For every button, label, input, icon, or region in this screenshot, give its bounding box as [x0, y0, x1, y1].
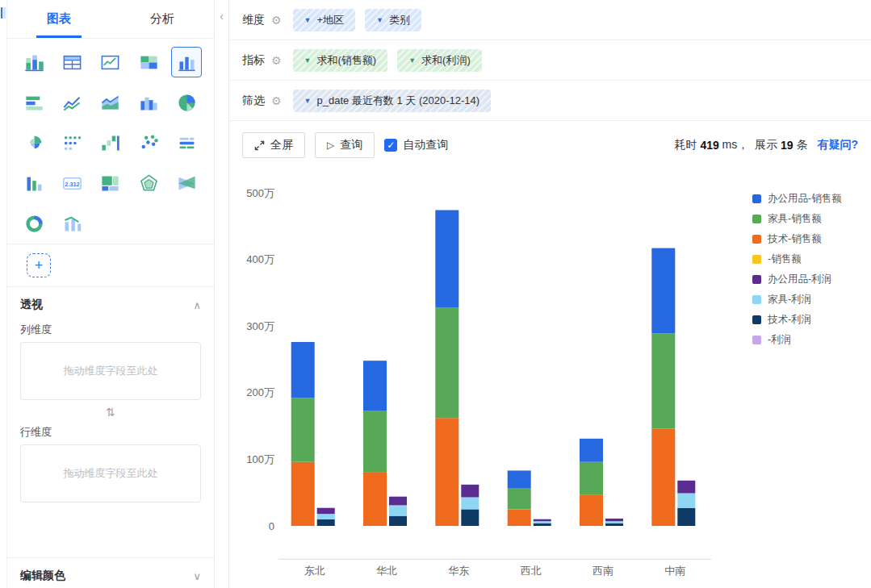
swap-icon[interactable]: ⇅ — [106, 406, 115, 419]
bar-segment[interactable] — [461, 509, 479, 526]
stats-elapsed-ms: 419 — [700, 139, 718, 152]
bar-segment[interactable] — [677, 494, 695, 508]
pie-chart-icon[interactable] — [171, 87, 202, 118]
query-label: 查询 — [340, 138, 362, 152]
treemap-icon[interactable] — [95, 168, 126, 198]
legend-item[interactable]: 办公用品-销售额 — [752, 189, 842, 209]
tab-charts[interactable]: 图表 — [7, 0, 111, 38]
bar-segment[interactable] — [508, 489, 531, 510]
measure-label: 指标 — [242, 53, 265, 68]
bar-segment[interactable] — [291, 462, 315, 526]
legend-item[interactable]: -销售额 — [752, 249, 842, 269]
filter-pill-pdate[interactable]: ▼ p_date 最近有数 1 天 (2020-12-14) — [293, 90, 492, 112]
bar-segment[interactable] — [317, 514, 335, 519]
help-link[interactable]: 有疑问? — [817, 138, 858, 152]
pill-label: 类别 — [389, 13, 410, 27]
add-chart-button[interactable]: + — [27, 253, 51, 277]
bar-segment[interactable] — [291, 342, 315, 398]
bar-horizontal-icon[interactable] — [19, 87, 50, 118]
word-cloud-icon[interactable] — [171, 127, 202, 158]
bar-segment[interactable] — [580, 439, 603, 462]
rank-chart-icon[interactable] — [19, 168, 50, 198]
measure-pill-profit[interactable]: ▼ 求和(利润) — [397, 49, 482, 72]
area-chart-icon[interactable] — [95, 87, 126, 118]
bar-segment[interactable] — [508, 509, 531, 526]
bar-segment[interactable] — [461, 485, 479, 498]
rose-chart-icon[interactable] — [19, 127, 50, 158]
trend-table-icon[interactable] — [95, 47, 126, 77]
bar-segment[interactable] — [605, 523, 623, 526]
filter-settings-icon[interactable]: ⚙ — [271, 94, 282, 107]
grid-table-icon[interactable] — [133, 47, 164, 77]
legend-item[interactable]: 办公用品-利润 — [752, 269, 842, 290]
collapse-sidebar-icon[interactable]: ‹ — [220, 10, 224, 23]
bar-segment[interactable] — [389, 505, 407, 515]
fullscreen-icon — [254, 140, 265, 151]
row-dimension-dropzone[interactable]: 拖动维度字段至此处 — [20, 444, 201, 503]
bar-segment[interactable] — [677, 508, 695, 526]
bar-segment[interactable] — [605, 519, 623, 521]
bar-segment[interactable] — [363, 361, 387, 411]
dimension-pill-category[interactable]: ▼ 类别 — [365, 9, 421, 31]
bar-segment[interactable] — [534, 523, 551, 526]
legend-item[interactable]: 技术-利润 — [752, 310, 842, 330]
dimension-label: 维度 — [242, 13, 265, 27]
radar-icon[interactable] — [133, 168, 164, 198]
fullscreen-button[interactable]: 全屏 — [242, 132, 305, 158]
chevron-down-icon[interactable]: ∨ — [193, 570, 201, 582]
column-dimension-dropzone[interactable]: 拖动维度字段至此处 — [20, 342, 201, 400]
dimension-pill-region[interactable]: ▼ +地区 — [293, 9, 356, 31]
bar-segment[interactable] — [291, 398, 315, 461]
number-card-icon[interactable]: 2.312 — [57, 168, 88, 198]
query-button[interactable]: ▷ 查询 — [315, 132, 375, 158]
scatter-icon[interactable] — [133, 127, 164, 158]
bar-segment[interactable] — [389, 497, 407, 506]
table-icon[interactable] — [57, 47, 88, 77]
bar-segment[interactable] — [605, 521, 623, 523]
waterfall-icon[interactable] — [95, 127, 126, 158]
bar-segment[interactable] — [580, 494, 603, 526]
panel-handle-icon[interactable] — [1, 7, 6, 19]
dot-matrix-icon[interactable] — [57, 127, 88, 158]
bar-segment[interactable] — [435, 418, 459, 526]
bar-segment[interactable] — [677, 481, 695, 494]
sankey-icon[interactable] — [171, 168, 202, 198]
bar-segment[interactable] — [651, 428, 675, 526]
legend-label: 家具-销售额 — [768, 212, 822, 226]
measure-pill-sales[interactable]: ▼ 求和(销售额) — [293, 49, 388, 72]
bar-segment[interactable] — [389, 516, 407, 526]
combo-chart-icon[interactable] — [57, 208, 88, 239]
histogram-icon[interactable] — [133, 87, 164, 118]
donut-chart-icon[interactable] — [19, 208, 50, 239]
bar-segment[interactable] — [534, 521, 551, 523]
auto-query-checkbox[interactable]: ✓ — [384, 139, 397, 152]
bar-segment[interactable] — [435, 211, 459, 308]
measure-settings-icon[interactable]: ⚙ — [271, 54, 282, 67]
legend-item[interactable]: 家具-销售额 — [752, 209, 842, 229]
chevron-up-icon[interactable]: ∧ — [193, 299, 201, 311]
line-chart-icon[interactable] — [57, 87, 88, 118]
bar-segment[interactable] — [461, 498, 479, 510]
bar-segment[interactable] — [508, 470, 531, 488]
column-dimension-label: 列维度 — [7, 317, 214, 342]
bar-segment[interactable] — [317, 519, 335, 526]
tab-analysis[interactable]: 分析 — [111, 0, 214, 38]
bar-segment[interactable] — [651, 333, 675, 428]
stacked-bar-icon[interactable] — [19, 47, 50, 77]
bar-segment[interactable] — [317, 508, 335, 514]
legend-item[interactable]: 家具-利润 — [752, 290, 842, 310]
pill-label: p_date 最近有数 1 天 (2020-12-14) — [316, 94, 479, 108]
dimension-settings-icon[interactable]: ⚙ — [271, 14, 282, 27]
bar-segment[interactable] — [363, 473, 387, 526]
bar-segment[interactable] — [435, 307, 459, 418]
column-chart-icon[interactable] — [171, 47, 202, 77]
bar-segment[interactable] — [363, 411, 387, 473]
dropdown-icon: ▼ — [376, 16, 383, 24]
bar-segment[interactable] — [580, 462, 603, 495]
legend-item[interactable]: 技术-销售额 — [752, 229, 842, 249]
stats-show-label: 展示 — [755, 138, 781, 152]
y-tick-label: 100万 — [246, 453, 274, 465]
legend-item[interactable]: -利润 — [752, 330, 842, 350]
bar-segment[interactable] — [534, 519, 551, 522]
bar-segment[interactable] — [651, 248, 675, 334]
